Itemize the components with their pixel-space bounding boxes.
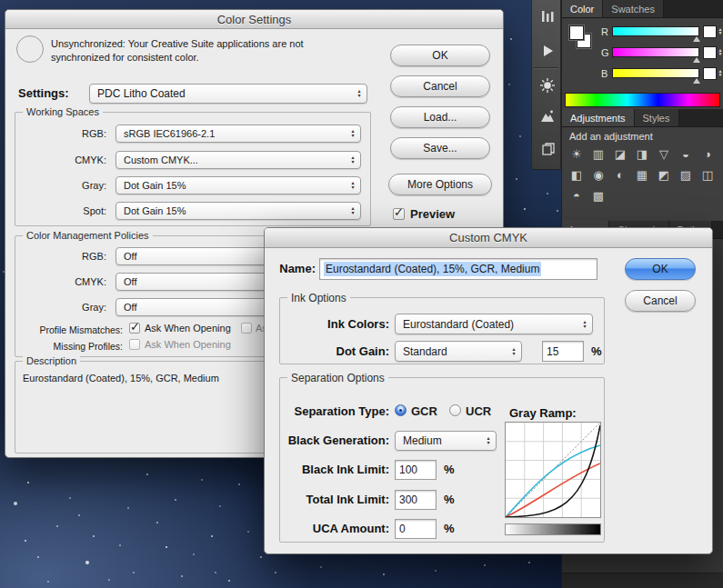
separation-type-label: Separation Type:	[280, 404, 389, 418]
blue-slider[interactable]	[612, 68, 699, 78]
cancel-button-label: Cancel	[423, 80, 457, 93]
total-ink-limit-field[interactable]: 300	[395, 490, 437, 510]
load-button[interactable]: Load...	[390, 106, 490, 128]
desktop: Color Swatches R ▲▼ G ▲▼ B ▲▼ Adjustment…	[0, 0, 723, 588]
gradient-map-icon[interactable]: ▩	[587, 185, 609, 206]
cmyk-cancel-button[interactable]: Cancel	[625, 290, 696, 312]
cmyk-ok-button[interactable]: OK	[625, 258, 696, 280]
notes-panel-icon[interactable]	[538, 140, 556, 157]
color-lookup-icon[interactable]: ▦	[631, 164, 653, 185]
save-button[interactable]: Save...	[390, 137, 490, 159]
green-stepper-arrows[interactable]: ▲▼	[717, 48, 723, 55]
uca-percent-label: %	[444, 522, 455, 535]
channel-mixer-icon[interactable]: ◐	[609, 164, 631, 185]
creative-suite-sync-icon	[16, 35, 44, 63]
black-generation-popup[interactable]: Medium▴▾	[395, 431, 497, 451]
ucr-label: UCR	[466, 404, 491, 418]
cmyk-ok-label: OK	[652, 263, 668, 275]
tab-swatches[interactable]: Swatches	[603, 0, 664, 17]
histogram-panel-icon[interactable]	[538, 7, 556, 25]
ws-cmyk-popup[interactable]: Custom CMYK...▴▾	[115, 151, 361, 169]
check-icon: ✓	[130, 320, 140, 334]
custom-cmyk-titlebar[interactable]: Custom CMYK	[265, 228, 712, 248]
dot-gain-percent-label: %	[591, 344, 602, 358]
name-label: Name:	[272, 262, 316, 275]
green-value-field[interactable]	[703, 46, 717, 59]
mismatch-ask-saving-checkbox[interactable]	[241, 323, 252, 334]
black-ink-limit-field[interactable]: 100	[395, 460, 437, 480]
green-slider[interactable]	[612, 47, 699, 57]
total-ink-limit-value: 300	[399, 493, 417, 506]
ws-gray-popup[interactable]: Dot Gain 15%▴▾	[115, 176, 361, 194]
ok-button[interactable]: OK	[390, 45, 490, 66]
tab-adjustments-label: Adjustments	[570, 113, 626, 124]
red-channel-label: R	[601, 26, 608, 37]
layers-panel-bottom-bar	[562, 573, 723, 588]
exposure-icon[interactable]: ◨	[631, 144, 653, 164]
color-settings-titlebar[interactable]: Color Settings	[5, 10, 503, 29]
blue-slider-thumb[interactable]	[693, 78, 700, 84]
green-slider-thumb[interactable]	[693, 57, 700, 63]
separation-options-legend: Separation Options	[287, 372, 388, 384]
threshold-icon[interactable]: ◫	[697, 164, 718, 185]
cancel-button[interactable]: Cancel	[390, 75, 490, 97]
popup-arrows-icon: ▴▾	[580, 314, 589, 334]
gcr-radio[interactable]	[395, 404, 407, 416]
foreground-color-swatch[interactable]	[569, 25, 584, 40]
tab-styles[interactable]: Styles	[635, 109, 679, 126]
levels-icon[interactable]: ▥	[587, 144, 609, 164]
missing-ask-opening-checkbox[interactable]	[129, 339, 140, 350]
color-spectrum-ramp[interactable]	[565, 93, 720, 107]
red-stepper-arrows[interactable]: ▲▼	[717, 27, 723, 35]
blue-stepper-arrows[interactable]: ▲▼	[717, 69, 723, 76]
mountain-navigator-icon[interactable]	[538, 107, 556, 125]
curves-icon[interactable]: ◪	[609, 144, 631, 164]
policy-rgb-popup[interactable]: Off▴▾	[115, 247, 279, 265]
photo-filter-icon[interactable]: ◉	[587, 164, 609, 185]
vibrance-icon[interactable]: ▽	[653, 144, 675, 164]
sun-brightness-icon[interactable]	[538, 76, 556, 94]
red-value-field[interactable]	[703, 25, 717, 38]
ws-spot-popup[interactable]: Dot Gain 15%▴▾	[115, 202, 361, 220]
posterize-icon[interactable]: ▨	[675, 164, 697, 185]
unsynchronized-warning-text: Unsynchronized: Your Creative Suite appl…	[51, 37, 365, 65]
black-ink-percent-label: %	[444, 463, 455, 476]
policy-gray-popup[interactable]: Off▴▾	[115, 298, 279, 316]
red-slider-thumb[interactable]	[693, 36, 700, 42]
working-spaces-legend: Working Spaces	[23, 106, 103, 117]
name-input[interactable]: Eurostandard (Coated), 15%, GCR, Medium	[319, 258, 597, 280]
black-generation-label: Black Generation:	[280, 434, 389, 447]
invert-icon[interactable]: ◩	[653, 164, 675, 185]
ok-button-label: OK	[432, 49, 447, 62]
hue-saturation-icon[interactable]: ◒	[675, 144, 697, 164]
color-balance-icon[interactable]: ◑	[697, 144, 718, 164]
more-options-button[interactable]: More Options	[388, 174, 492, 195]
blue-value-field[interactable]	[703, 67, 717, 80]
actions-play-icon[interactable]	[538, 42, 556, 59]
total-ink-limit-label: Total Ink Limit:	[280, 493, 389, 506]
selective-color-icon[interactable]: ◓	[566, 185, 587, 206]
uca-amount-label: UCA Amount:	[280, 522, 389, 535]
red-slider[interactable]	[612, 26, 699, 36]
dot-gain-popup[interactable]: Standard▴▾	[395, 341, 522, 362]
name-input-selected-text: Eurostandard (Coated), 15%, GCR, Medium	[324, 262, 541, 276]
custom-cmyk-dialog: Custom CMYK Name: Eurostandard (Coated),…	[264, 227, 713, 554]
ucr-radio[interactable]	[449, 404, 461, 416]
black-ink-limit-value: 100	[399, 463, 417, 476]
policy-cmyk-popup[interactable]: Off▴▾	[115, 273, 279, 291]
ws-cmyk-value: Custom CMYK...	[124, 154, 198, 165]
dot-gain-amount-field[interactable]: 15	[542, 341, 584, 362]
settings-popup[interactable]: PDC Litho Coated ▴▾	[89, 84, 367, 104]
green-channel-label: G	[601, 47, 609, 58]
brightness-contrast-icon[interactable]: ☀	[566, 144, 587, 164]
ink-colors-popup[interactable]: Eurostandard (Coated)▴▾	[395, 314, 593, 334]
black-white-icon[interactable]: ◧	[566, 164, 587, 185]
ws-rgb-popup[interactable]: sRGB IEC61966-2.1▴▾	[115, 125, 361, 143]
tab-adjustments[interactable]: Adjustments	[562, 109, 635, 126]
working-spaces-group: Working Spaces RGB: sRGB IEC61966-2.1▴▾ …	[15, 112, 371, 226]
uca-amount-field[interactable]: 0	[395, 519, 437, 539]
preview-checkbox[interactable]: ✓	[393, 208, 405, 220]
missing-profiles-label: Missing Profiles:	[20, 341, 123, 352]
tab-color[interactable]: Color	[562, 0, 603, 17]
mismatch-ask-opening-checkbox[interactable]: ✓	[129, 323, 140, 334]
